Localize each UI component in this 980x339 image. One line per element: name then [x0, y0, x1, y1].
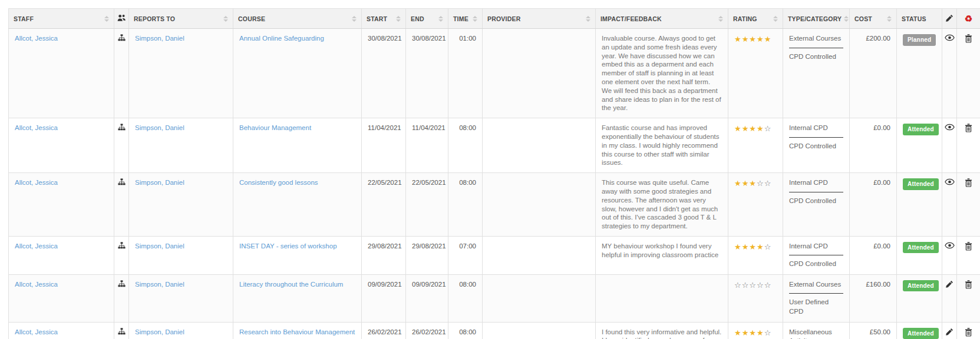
end-date-cell: 09/09/2021 — [406, 274, 448, 322]
delete-action-cell — [957, 322, 980, 339]
reports-to-cell: Simpson, Daniel — [129, 236, 233, 274]
col-header-course[interactable]: COURSE — [233, 9, 362, 29]
table-row: Allcot, JessicaSimpson, DanielINSET DAY … — [9, 236, 980, 274]
sort-arrows-icon[interactable] — [887, 16, 892, 22]
star-filled-icon: ★ — [742, 35, 750, 44]
star-filled-icon: ★ — [742, 124, 750, 133]
col-header-end[interactable]: END — [406, 9, 448, 29]
eye-icon[interactable] — [945, 124, 955, 131]
provider-cell — [483, 274, 596, 322]
category-label: CPD Controlled — [789, 260, 843, 269]
sitemap-icon[interactable] — [118, 328, 126, 335]
sort-arrows-icon[interactable] — [473, 16, 477, 22]
cost-value: £160.00 — [856, 280, 890, 290]
time-cell: 01:00 — [448, 29, 483, 118]
staff-link[interactable]: Allcot, Jessica — [15, 35, 58, 42]
status-cell: Attended — [897, 236, 942, 274]
sort-arrows-icon[interactable] — [396, 16, 401, 22]
sort-arrows-icon[interactable] — [438, 16, 443, 22]
col-header-reports_to[interactable]: REPORTS TO — [129, 9, 233, 29]
pencil-icon[interactable] — [945, 280, 953, 288]
course-link[interactable]: Literacy throughout the Curriculum — [239, 281, 343, 288]
course-cell: Research into Behaviour Management — [233, 322, 362, 339]
sort-arrows-icon[interactable] — [352, 16, 357, 22]
pencil-icon[interactable] — [945, 14, 953, 22]
view-action-cell — [942, 118, 957, 173]
eye-icon[interactable] — [945, 178, 955, 185]
rating-cell: ★★★★☆ — [728, 322, 783, 339]
col-header-time[interactable]: TIME — [448, 9, 483, 29]
sort-arrows-icon[interactable] — [773, 16, 778, 22]
staff-link[interactable]: Allcot, Jessica — [15, 124, 58, 131]
sitemap-icon[interactable] — [118, 124, 126, 131]
col-label-impact: IMPACT/FEEDBACK — [600, 15, 662, 22]
staff-link[interactable]: Allcot, Jessica — [15, 328, 58, 335]
star-empty-icon: ☆ — [749, 281, 757, 290]
staff-cell: Allcot, Jessica — [9, 274, 114, 322]
recycle-icon[interactable]: ♻ — [965, 14, 973, 23]
eye-icon[interactable] — [945, 34, 955, 41]
sitemap-icon[interactable] — [118, 242, 126, 249]
sitemap-icon[interactable] — [118, 280, 126, 287]
org-chart-cell — [114, 29, 129, 118]
course-link[interactable]: Annual Online Safeguarding — [239, 35, 324, 42]
staff-link[interactable]: Allcot, Jessica — [15, 281, 58, 288]
trash-icon[interactable] — [965, 280, 972, 289]
table-body: Allcot, JessicaSimpson, DanielAnnual Onl… — [9, 29, 980, 339]
type-label: Internal CPD — [789, 124, 843, 138]
col-header-cost[interactable]: COST — [850, 9, 897, 29]
course-cell: Annual Online Safeguarding — [233, 29, 362, 118]
course-link[interactable]: INSET DAY - series of workshop — [239, 242, 337, 250]
sort-arrows-icon[interactable] — [718, 16, 723, 22]
col-header-edit[interactable] — [942, 9, 957, 29]
sitemap-icon[interactable] — [118, 34, 126, 41]
status-badge: Attended — [903, 280, 939, 292]
col-header-provider[interactable]: PROVIDER — [483, 9, 596, 29]
col-header-start[interactable]: START — [362, 9, 406, 29]
sort-arrows-icon[interactable] — [104, 16, 109, 22]
sitemap-icon[interactable] — [118, 178, 126, 185]
reports-to-link[interactable]: Simpson, Daniel — [135, 242, 184, 250]
sort-arrows-icon[interactable] — [844, 16, 849, 22]
star-rating: ★★★☆☆ — [734, 179, 771, 188]
delete-action-cell — [957, 118, 980, 173]
table-header: STAFFREPORTS TOCOURSESTARTENDTIMEPROVIDE… — [9, 9, 980, 29]
provider-cell — [483, 236, 596, 274]
col-header-rating[interactable]: RATING — [728, 9, 783, 29]
sort-arrows-icon[interactable] — [223, 16, 228, 22]
feedback-text: This course was quite useful. Came away … — [602, 178, 722, 231]
type-category-cell: Internal CPDCPD Controlled — [783, 118, 850, 173]
staff-link[interactable]: Allcot, Jessica — [15, 179, 58, 186]
trash-icon[interactable] — [965, 124, 972, 132]
star-filled-icon: ★ — [757, 242, 764, 251]
time-cell: 08:00 — [448, 274, 483, 322]
trash-icon[interactable] — [965, 34, 972, 43]
feedback-cell: This course was quite useful. Came away … — [596, 173, 728, 237]
trash-icon[interactable] — [965, 242, 972, 251]
reports-to-cell: Simpson, Daniel — [129, 322, 233, 339]
staff-link[interactable]: Allcot, Jessica — [15, 242, 58, 250]
col-header-impact[interactable]: IMPACT/FEEDBACK — [596, 9, 728, 29]
eye-icon[interactable] — [945, 242, 955, 249]
reports-to-link[interactable]: Simpson, Daniel — [135, 328, 184, 335]
reports-to-link[interactable]: Simpson, Daniel — [135, 35, 184, 42]
start-date-cell: 26/02/2021 — [362, 322, 406, 339]
time-cell: 07:00 — [448, 236, 483, 274]
course-link[interactable]: Consistently good lessons — [239, 179, 318, 186]
sort-arrows-icon[interactable] — [586, 16, 590, 22]
reports-to-link[interactable]: Simpson, Daniel — [135, 179, 184, 186]
col-header-delete[interactable]: ♻ — [957, 9, 980, 29]
category-label: CPD Controlled — [789, 52, 843, 62]
reports-to-cell: Simpson, Daniel — [129, 274, 233, 322]
reports-to-link[interactable]: Simpson, Daniel — [135, 281, 184, 288]
col-header-staff[interactable]: STAFF — [9, 9, 114, 29]
star-filled-icon: ★ — [757, 35, 764, 44]
course-link[interactable]: Behaviour Management — [239, 124, 311, 131]
pencil-icon[interactable] — [945, 328, 953, 336]
trash-icon[interactable] — [965, 328, 972, 337]
reports-to-link[interactable]: Simpson, Daniel — [135, 124, 184, 131]
col-header-type_category[interactable]: TYPE/CATEGORY — [783, 9, 850, 29]
course-link[interactable]: Research into Behaviour Management — [239, 328, 355, 335]
cost-value: £0.00 — [856, 124, 890, 133]
trash-icon[interactable] — [965, 178, 972, 187]
